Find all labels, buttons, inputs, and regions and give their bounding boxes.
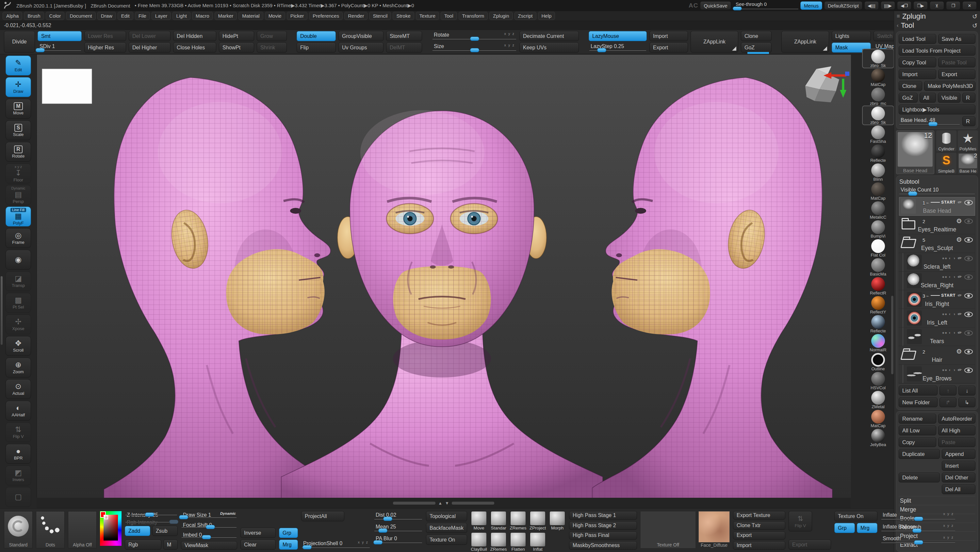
menu-document[interactable]: Document bbox=[66, 12, 95, 20]
slider-knob[interactable] bbox=[597, 48, 606, 52]
btn-export-texture[interactable]: Export Texture bbox=[733, 511, 785, 520]
btn-del-other[interactable]: Del Other bbox=[942, 472, 976, 482]
menu-edit[interactable]: Edit bbox=[118, 12, 133, 20]
btn-rename[interactable]: Rename bbox=[899, 414, 936, 424]
menu-transform[interactable]: Transform bbox=[459, 12, 488, 20]
material-item-metalicc[interactable]: MetalicC bbox=[862, 201, 894, 220]
material-item-reflectr[interactable]: ReflectR bbox=[862, 276, 894, 295]
btn-projectall[interactable]: ProjectAll bbox=[301, 511, 344, 521]
subtool-tears[interactable]: ●● ◐ ◑✎Tears bbox=[899, 327, 975, 346]
visibility-eye-icon[interactable] bbox=[964, 274, 973, 280]
menu-render[interactable]: Render bbox=[344, 12, 368, 20]
btn-rgb[interactable]: Rgb bbox=[125, 539, 161, 550]
tablet-right-icon[interactable]: ||||▶ bbox=[881, 1, 895, 10]
brush-standar-thumb[interactable]: Standar bbox=[490, 511, 507, 530]
visibility-eye-icon[interactable] bbox=[964, 293, 973, 298]
btn-divide[interactable]: Divide bbox=[4, 31, 35, 53]
close-icon[interactable]: ✕ bbox=[963, 1, 977, 10]
tool-flip-v[interactable]: ⇅Flip V bbox=[6, 422, 31, 442]
subtool-eye-brows[interactable]: ●● ◐ ◑✎Eye_Brows bbox=[899, 365, 975, 383]
tool-rotate[interactable]: RRotate bbox=[6, 142, 31, 162]
btn-del-lower[interactable]: Del Lower bbox=[129, 31, 170, 41]
slider-knob[interactable] bbox=[914, 517, 923, 521]
scroll-track-left[interactable] bbox=[393, 502, 436, 505]
menu-tool[interactable]: Tool bbox=[441, 12, 457, 20]
menu-movie[interactable]: Movie bbox=[265, 12, 285, 20]
btn-import[interactable]: Import bbox=[733, 541, 785, 550]
material-item-reflecte[interactable]: Reflecte bbox=[862, 144, 894, 163]
btn-grp[interactable]: Grp bbox=[834, 523, 855, 533]
btn-del-all[interactable]: Del All bbox=[942, 484, 976, 494]
paint-brush-icon[interactable]: ✎ bbox=[956, 199, 964, 206]
btn-smt[interactable]: Smt bbox=[38, 31, 82, 41]
scroll-down-icon[interactable]: ▼ bbox=[445, 501, 449, 506]
btn-export[interactable]: Export bbox=[733, 531, 785, 540]
btn-load-tool[interactable]: Load Tool bbox=[899, 34, 936, 44]
btn-export[interactable]: Export bbox=[938, 69, 976, 79]
material-item-hsvcol[interactable]: HSVCol bbox=[862, 371, 894, 390]
move-down-icon[interactable]: ↓ bbox=[958, 386, 975, 396]
btn-storemt[interactable]: StoreMT bbox=[386, 31, 422, 41]
btn-flip-v[interactable]: ⇅Flip V bbox=[789, 511, 812, 531]
btn-export[interactable]: Export bbox=[649, 43, 688, 53]
btn-goz[interactable]: GoZ bbox=[741, 43, 772, 53]
btn-r[interactable]: R bbox=[963, 116, 975, 126]
slider-knob[interactable] bbox=[179, 515, 188, 519]
visibility-eye-icon[interactable] bbox=[964, 330, 973, 336]
menu-stencil[interactable]: Stencil bbox=[369, 12, 391, 20]
btn-lightbox-tools[interactable]: Lightbox▶Tools bbox=[899, 105, 975, 114]
subtool-eyes-realtime[interactable]: ⚙2Eyes_Realtime bbox=[899, 216, 975, 235]
menu-preferences[interactable]: Preferences bbox=[309, 12, 343, 20]
visibility-eye-icon[interactable] bbox=[964, 368, 973, 373]
slider-mean-25[interactable]: Mean 25 bbox=[374, 523, 423, 533]
visibility-eye-icon[interactable] bbox=[964, 237, 973, 242]
btn-duplicate[interactable]: Duplicate bbox=[899, 449, 940, 459]
menu-zscript[interactable]: Zscript bbox=[514, 12, 536, 20]
slider-size[interactable]: x y zSize bbox=[432, 43, 517, 53]
slider-knob[interactable] bbox=[373, 540, 382, 544]
slider-lazystep-0-25[interactable]: LazyStep 0.25 bbox=[589, 43, 647, 53]
slider-knob[interactable] bbox=[928, 122, 937, 126]
move-into-icon[interactable]: ↳ bbox=[958, 397, 975, 407]
menu-alpha[interactable]: Alpha bbox=[3, 12, 22, 20]
subtool-sclera-left[interactable]: ●● ◐ ◑✎Sclera_left bbox=[899, 253, 975, 271]
slider-pa-blur-0[interactable]: PA Blur 0 bbox=[374, 534, 423, 545]
minimize-icon[interactable]: ⊻ bbox=[930, 1, 944, 10]
tool-floor[interactable]: x y z↧Floor bbox=[6, 163, 31, 183]
gear-icon[interactable]: ⚙ bbox=[956, 348, 962, 354]
tool-draw[interactable]: ✛Draw bbox=[6, 77, 31, 97]
reset-icon[interactable]: ↺ bbox=[972, 22, 977, 29]
tool-zoom[interactable]: ⊕Zoom bbox=[6, 357, 31, 378]
tool-actual[interactable]: ⊙Actual bbox=[6, 379, 31, 399]
material-item-matcap[interactable]: MatCap bbox=[862, 409, 894, 428]
tool-persp[interactable]: Dynamic▤Persp bbox=[6, 185, 31, 205]
slider-knob[interactable] bbox=[914, 540, 923, 544]
btn-defaultzscript[interactable]: DefaultZScript bbox=[824, 1, 862, 10]
left-scrollbar[interactable] bbox=[1, 276, 3, 345]
material-item-bumpvi[interactable]: BumpVi bbox=[862, 220, 894, 239]
menu-color[interactable]: Color bbox=[46, 12, 65, 20]
tool-scroll[interactable]: ✥Scroll bbox=[6, 336, 31, 356]
brush-zremes-thumb[interactable]: ZRemes bbox=[490, 532, 507, 552]
slider-smooth[interactable]: x y zSmooth bbox=[881, 534, 956, 545]
tool-transp[interactable]: ◪Transp bbox=[6, 271, 31, 291]
brush-morph-thumb[interactable]: Morph bbox=[549, 511, 566, 530]
btn-high-pass-stage-1[interactable]: High Pass Stage 1 bbox=[569, 511, 637, 520]
btn-high-pass-final[interactable]: High Pass Final bbox=[569, 531, 637, 540]
paint-brush-icon[interactable]: ✎ bbox=[956, 292, 964, 299]
btn-copy-tool[interactable]: Copy Tool bbox=[899, 57, 936, 67]
btn-import[interactable]: Import bbox=[649, 31, 688, 41]
btn-paste-tool[interactable]: Paste Tool bbox=[938, 57, 976, 67]
menu-layer[interactable]: Layer bbox=[151, 12, 171, 20]
subtool-iris-left[interactable]: ●● ◐ ◑✎Iris_Left bbox=[899, 309, 975, 327]
visibility-eye-icon[interactable] bbox=[964, 349, 973, 354]
material-item-reflecty[interactable]: ReflectY bbox=[862, 295, 894, 314]
slider-knob[interactable] bbox=[302, 545, 312, 549]
btn-high-pass-stage-2[interactable]: High Pass Stage 2 bbox=[569, 521, 637, 530]
slider-inflate[interactable]: x y zInflate bbox=[881, 511, 956, 521]
saturation-value-square[interactable] bbox=[103, 515, 118, 541]
btn-goz[interactable]: GoZ bbox=[899, 93, 918, 103]
slider-visible-count[interactable]: Visible Count 10 bbox=[899, 186, 975, 196]
tool-bpr[interactable]: ●BPR bbox=[6, 444, 31, 464]
document-canvas[interactable] bbox=[37, 54, 851, 498]
